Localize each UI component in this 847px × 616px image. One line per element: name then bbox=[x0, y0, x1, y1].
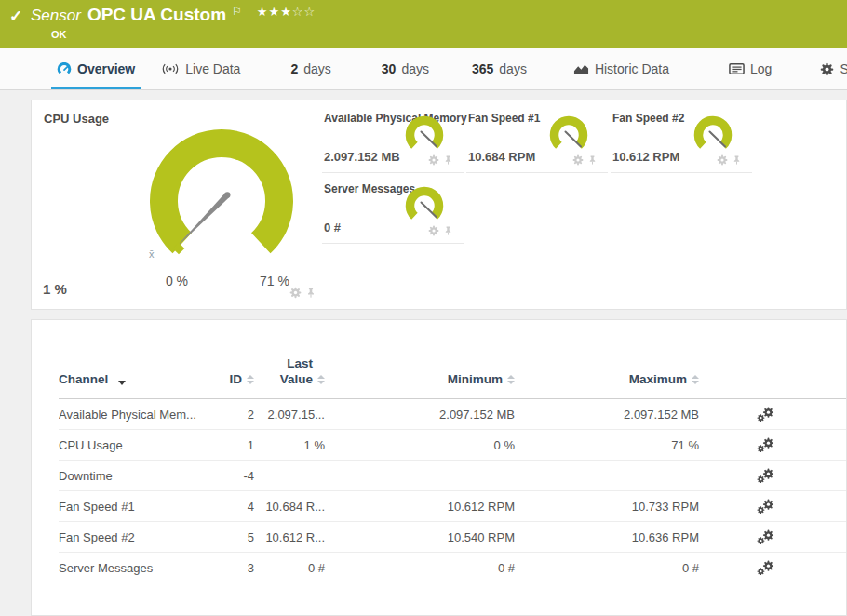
stars-empty[interactable]: ☆☆ bbox=[292, 5, 316, 19]
tab-label: Live Data bbox=[185, 61, 240, 76]
channel-last-value: 10.684 R... bbox=[254, 500, 325, 514]
channel-gauge-cell: Server Messages 0 # bbox=[322, 177, 464, 244]
gauge-settings-gear-icon[interactable] bbox=[428, 154, 439, 166]
channel-settings-gears-icon[interactable] bbox=[757, 560, 774, 576]
channel-gauge-title: Fan Speed #1 bbox=[468, 112, 540, 125]
channel-table-header: Channel ID Last Value Minimum Maximum bbox=[59, 320, 846, 399]
channel-last-value: 0 # bbox=[254, 561, 325, 575]
tab-label: days bbox=[303, 61, 331, 76]
tab-historic-data[interactable]: Historic Data bbox=[568, 48, 675, 89]
available-physical-memory-gauge bbox=[402, 115, 447, 158]
channel-name-link[interactable]: Server Messages bbox=[59, 561, 226, 575]
sensor-header: ✓ SensorOPC UA Custom⚐★★★☆☆ OK bbox=[0, 0, 847, 48]
table-row: Server Messages 3 0 # 0 # 0 # bbox=[59, 553, 846, 583]
channel-settings-gears-icon[interactable] bbox=[757, 499, 774, 515]
gauge-scale-min: 0 % bbox=[157, 274, 196, 288]
channel-id: 3 bbox=[226, 561, 254, 575]
tab-365-days[interactable]: 365 days bbox=[466, 48, 532, 89]
channel-last-value: 10.612 R... bbox=[254, 530, 325, 544]
gauge-settings-gear-icon[interactable] bbox=[289, 287, 302, 299]
channel-id: 5 bbox=[226, 530, 254, 544]
channel-settings-gears-icon[interactable] bbox=[757, 529, 774, 545]
sort-arrows-icon bbox=[317, 375, 325, 384]
channel-maximum: 10.636 RPM bbox=[515, 530, 699, 544]
table-row: Fan Speed #1 4 10.684 R... 10.612 RPM 10… bbox=[59, 491, 846, 522]
channel-settings-gears-icon[interactable] bbox=[757, 407, 774, 422]
sensor-status-badge: OK bbox=[51, 29, 67, 40]
sensor-kind-label: Sensor bbox=[31, 7, 81, 24]
primary-gauge-title: CPU Usage bbox=[44, 112, 109, 126]
gauge-pin-icon[interactable] bbox=[443, 154, 453, 166]
channel-settings-gears-icon[interactable] bbox=[757, 468, 774, 484]
channel-last-value: 1 % bbox=[254, 438, 325, 452]
channel-maximum: 0 # bbox=[515, 561, 699, 575]
tab-30-days[interactable]: 30 days bbox=[376, 48, 435, 89]
channel-minimum: 10.612 RPM bbox=[325, 500, 515, 514]
tab-overview[interactable]: Overview bbox=[51, 48, 141, 89]
tab-settings[interactable]: Settings bbox=[814, 48, 847, 89]
channel-gauge-title: Fan Speed #2 bbox=[612, 112, 684, 125]
channel-gauge-cell: Fan Speed #2 10.612 RPM bbox=[611, 106, 752, 173]
gauge-pin-icon[interactable] bbox=[587, 154, 598, 166]
channel-gauge-cell: Available Physical Memory 2.097.152 MB bbox=[322, 106, 464, 173]
fan-speed-1-gauge bbox=[546, 115, 591, 158]
table-row: Available Physical Mem... 2 2.097.15... … bbox=[59, 399, 846, 430]
channel-gauge-value: 2.097.152 MB bbox=[324, 150, 400, 164]
channel-last-value: 2.097.15... bbox=[254, 408, 325, 422]
priority-stars[interactable]: ★★★☆☆ bbox=[257, 5, 316, 19]
tab-label: Overview bbox=[77, 61, 135, 76]
column-header-minimum[interactable]: Minimum bbox=[325, 371, 515, 387]
gauge-settings-gear-icon[interactable] bbox=[717, 154, 728, 166]
channel-minimum: 0 # bbox=[325, 561, 515, 575]
channel-maximum: 10.733 RPM bbox=[515, 500, 699, 514]
column-header-maximum[interactable]: Maximum bbox=[515, 371, 699, 387]
overview-gauges-panel: CPU Usage x̄ 0 % 71 % 1 % Available Phys… bbox=[31, 100, 847, 310]
column-label: Minimum bbox=[448, 371, 503, 387]
channel-gauge-value: 10.612 RPM bbox=[612, 150, 679, 164]
channel-gauge-value: 0 # bbox=[324, 221, 341, 234]
column-header-channel[interactable]: Channel bbox=[59, 371, 226, 387]
historic-chart-icon bbox=[573, 62, 589, 75]
channel-name-link[interactable]: Available Physical Mem... bbox=[59, 408, 226, 422]
tab-bar: Overview Live Data 2 days 30 days 365 da… bbox=[0, 48, 847, 90]
table-row: Downtime -4 bbox=[59, 461, 846, 491]
channel-name-link[interactable]: Fan Speed #2 bbox=[59, 530, 226, 544]
channel-name-link[interactable]: Downtime bbox=[59, 469, 226, 483]
tab-number: 365 bbox=[472, 61, 493, 76]
tab-label: days bbox=[499, 61, 527, 76]
channel-table: Channel ID Last Value Minimum Maximum bbox=[32, 320, 846, 583]
gauge-settings-gear-icon[interactable] bbox=[572, 154, 584, 166]
column-header-id[interactable]: ID bbox=[226, 371, 254, 387]
tab-live-data[interactable]: Live Data bbox=[155, 48, 246, 89]
column-label: Value bbox=[280, 372, 313, 386]
fan-speed-2-gauge bbox=[691, 115, 735, 158]
primary-gauge-value: 1 % bbox=[43, 281, 67, 297]
channel-minimum: 10.540 RPM bbox=[325, 530, 515, 544]
average-marker-label: x̄ bbox=[149, 248, 155, 260]
stars-filled[interactable]: ★★★ bbox=[257, 5, 292, 19]
channel-settings-gears-icon[interactable] bbox=[757, 437, 774, 453]
tab-label: days bbox=[401, 61, 429, 76]
tab-2-days[interactable]: 2 days bbox=[285, 48, 336, 89]
tab-label: Log bbox=[750, 61, 772, 76]
table-row: Fan Speed #2 5 10.612 R... 10.540 RPM 10… bbox=[59, 522, 846, 553]
channel-name-link[interactable]: Fan Speed #1 bbox=[59, 500, 226, 514]
tab-number: 2 bbox=[290, 61, 298, 76]
gauge-settings-gear-icon[interactable] bbox=[428, 225, 439, 236]
column-header-last-value[interactable]: Last Value bbox=[254, 355, 325, 387]
column-label: Maximum bbox=[629, 371, 687, 387]
channel-gauge-value: 10.684 RPM bbox=[468, 150, 535, 164]
gauge-pin-icon[interactable] bbox=[732, 154, 742, 166]
priority-flag-icon[interactable]: ⚐ bbox=[232, 5, 242, 18]
sort-arrows-icon bbox=[507, 375, 515, 384]
tab-log[interactable]: Log bbox=[723, 48, 777, 89]
server-messages-gauge bbox=[402, 186, 447, 229]
gauge-pin-icon[interactable] bbox=[443, 225, 453, 236]
chevron-down-icon bbox=[118, 381, 126, 385]
channel-id: 2 bbox=[226, 408, 254, 422]
channel-minimum: 2.097.152 MB bbox=[325, 408, 515, 422]
channel-name-link[interactable]: CPU Usage bbox=[59, 438, 226, 452]
channel-id: -4 bbox=[226, 469, 254, 483]
gauge-pin-icon[interactable] bbox=[305, 287, 316, 299]
channel-id: 1 bbox=[226, 438, 254, 452]
